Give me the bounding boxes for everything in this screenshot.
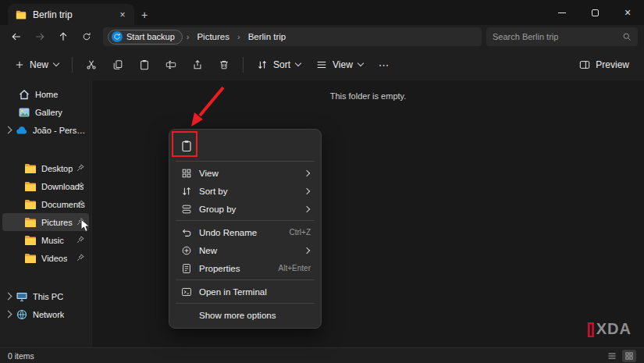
new-tab-button[interactable]: + bbox=[134, 4, 155, 25]
paste-toolbar-button[interactable] bbox=[132, 53, 157, 77]
menu-separator bbox=[176, 220, 315, 221]
pin-icon bbox=[76, 235, 85, 244]
menu-item-properties[interactable]: Properties Alt+Enter bbox=[173, 259, 317, 277]
menu-item-new[interactable]: New bbox=[173, 241, 317, 259]
pc-icon bbox=[16, 290, 28, 303]
folder-icon bbox=[24, 162, 37, 175]
toolbar-divider bbox=[243, 57, 244, 73]
tab-close-icon[interactable]: × bbox=[116, 8, 130, 22]
menu-item-view[interactable]: View bbox=[173, 164, 317, 182]
shortcut-label: Ctrl+Z bbox=[290, 228, 311, 237]
sort-icon bbox=[180, 186, 192, 197]
address-bar[interactable]: Start backup › Pictures › Berlin trip bbox=[103, 27, 482, 46]
menu-item-sort-by[interactable]: Sort by bbox=[173, 182, 317, 200]
rename-button[interactable] bbox=[158, 53, 183, 77]
annotation-highlight-box bbox=[172, 131, 197, 157]
window-body: Home Gallery João - Personal Desktop Dow… bbox=[0, 80, 644, 347]
mouse-cursor bbox=[80, 219, 91, 233]
search-input[interactable] bbox=[493, 32, 622, 41]
sidebar-item-network[interactable]: Network bbox=[2, 305, 89, 323]
sidebar-item-music[interactable]: Music bbox=[2, 231, 89, 249]
menu-item-group-by[interactable]: Group by bbox=[173, 200, 317, 218]
sidebar-item-desktop[interactable]: Desktop bbox=[2, 159, 89, 177]
thumbnail-view-toggle[interactable] bbox=[622, 350, 636, 362]
breadcrumb-pictures[interactable]: Pictures bbox=[193, 30, 233, 43]
status-bar: 0 items bbox=[0, 347, 644, 363]
sidebar-item-home[interactable]: Home bbox=[2, 85, 89, 103]
trash-icon bbox=[219, 59, 229, 70]
sidebar-item-documents[interactable]: Documents bbox=[2, 195, 89, 213]
sidebar-item-onedrive-personal[interactable]: João - Personal bbox=[2, 121, 89, 139]
sort-button[interactable]: Sort bbox=[250, 53, 308, 77]
sidebar-item-this-pc[interactable]: This PC bbox=[2, 287, 89, 305]
context-menu: View Sort by Group by Undo Rename bbox=[169, 129, 322, 329]
xda-watermark-text: XDA bbox=[596, 320, 632, 338]
pin-icon bbox=[76, 181, 85, 190]
command-toolbar: New Sort View ⋯ Preview bbox=[0, 48, 644, 80]
sort-icon bbox=[257, 59, 268, 70]
explorer-tab[interactable]: Berlin trip × bbox=[8, 4, 134, 25]
up-button[interactable] bbox=[52, 27, 75, 47]
tab-title: Berlin trip bbox=[33, 9, 109, 20]
chevron-expand-icon[interactable] bbox=[5, 293, 12, 301]
start-backup-button[interactable]: Start backup bbox=[108, 30, 183, 44]
new-button[interactable]: New bbox=[8, 53, 66, 77]
maximize-button[interactable] bbox=[578, 0, 611, 25]
annotation-arrow bbox=[181, 81, 236, 133]
titlebar: Berlin trip × + × bbox=[0, 0, 644, 25]
preview-button[interactable]: Preview bbox=[572, 53, 636, 77]
sidebar-item-gallery[interactable]: Gallery bbox=[2, 103, 89, 121]
shortcut-label: Alt+Enter bbox=[279, 264, 311, 272]
menu-item-open-in-terminal[interactable]: Open in Terminal bbox=[173, 283, 317, 301]
menu-separator bbox=[176, 161, 315, 162]
share-button[interactable] bbox=[185, 53, 210, 77]
chevron-expand-icon[interactable] bbox=[5, 126, 12, 134]
arrow-right-icon bbox=[34, 31, 45, 42]
menu-separator bbox=[176, 303, 315, 304]
more-options-button[interactable]: ⋯ bbox=[372, 53, 397, 77]
menu-item-undo-rename[interactable]: Undo Rename Ctrl+Z bbox=[173, 223, 317, 241]
start-backup-label: Start backup bbox=[126, 32, 175, 41]
layout-toggles bbox=[605, 350, 636, 362]
toolbar-divider bbox=[72, 57, 73, 73]
xda-logo-bracket-icon: [] bbox=[586, 320, 592, 338]
chevron-right-icon: › bbox=[237, 32, 241, 41]
menu-item-show-more-options[interactable]: Show more options bbox=[173, 306, 317, 324]
breadcrumb-berlin-trip[interactable]: Berlin trip bbox=[244, 30, 290, 43]
back-button[interactable] bbox=[5, 27, 28, 47]
delete-button[interactable] bbox=[212, 53, 237, 77]
copy-icon bbox=[112, 59, 123, 70]
arrow-left-icon bbox=[11, 31, 22, 42]
minimize-button[interactable] bbox=[546, 0, 578, 25]
chevron-right-icon: › bbox=[186, 32, 190, 41]
sidebar-item-videos[interactable]: Videos bbox=[2, 249, 89, 267]
chevron-right-icon bbox=[304, 247, 310, 253]
folder-icon bbox=[24, 180, 37, 193]
sidebar-item-pictures[interactable]: Pictures bbox=[2, 213, 89, 231]
folder-content-area[interactable]: This folder is empty. View Sort by bbox=[92, 80, 644, 347]
sidebar-item-downloads[interactable]: Downloads bbox=[2, 177, 89, 195]
chevron-down-icon bbox=[53, 59, 59, 66]
details-view-toggle[interactable] bbox=[605, 350, 619, 362]
chevron-expand-icon[interactable] bbox=[5, 311, 12, 319]
grid-view-icon bbox=[180, 168, 192, 179]
folder-icon bbox=[24, 234, 37, 247]
maximize-icon bbox=[592, 9, 599, 16]
sidebar-gap bbox=[0, 139, 91, 159]
pin-icon bbox=[76, 199, 85, 208]
home-icon bbox=[18, 88, 30, 101]
cut-button[interactable] bbox=[79, 53, 104, 77]
minimize-icon bbox=[558, 12, 566, 13]
plus-circle-icon bbox=[180, 245, 192, 256]
refresh-button[interactable] bbox=[75, 27, 98, 47]
pin-icon bbox=[76, 253, 85, 262]
folder-icon bbox=[24, 198, 37, 211]
menu-separator bbox=[176, 279, 315, 280]
sort-button-label: Sort bbox=[273, 59, 290, 70]
close-button[interactable]: × bbox=[611, 0, 644, 25]
view-button[interactable]: View bbox=[309, 53, 370, 77]
sidebar-gap bbox=[0, 267, 91, 287]
copy-button[interactable] bbox=[105, 53, 130, 77]
forward-button[interactable] bbox=[28, 27, 52, 47]
search-box[interactable] bbox=[486, 27, 638, 46]
